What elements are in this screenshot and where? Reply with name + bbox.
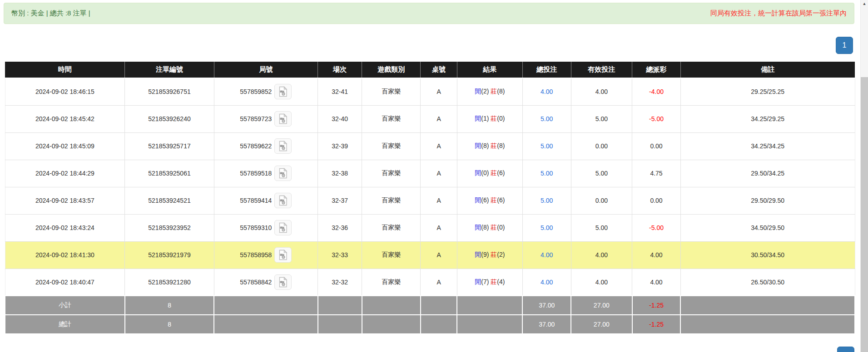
cell-round-id: 557859852: [214, 78, 317, 105]
round-id-text: 557859852: [240, 88, 272, 95]
column-header-8: 有效投注: [571, 62, 632, 78]
cell-remark: 29.50/34.25: [680, 160, 855, 187]
footer-cell-session: [318, 296, 362, 315]
video-replay-button[interactable]: [274, 193, 292, 208]
currency-total-summary: 幣別 : 美金 | 總共 :8 注單 |: [11, 9, 90, 18]
round-id-text: 557859723: [240, 115, 272, 122]
cell-table-no: A: [421, 187, 457, 214]
video-file-icon: [278, 113, 288, 124]
round-id-text: 557859310: [240, 224, 272, 231]
cell-bet-id: 521853925717: [125, 132, 214, 160]
valid-bet-notice: 同局有效投注，統一計算在該局第一張注單內: [710, 9, 847, 18]
cell-total-bet: 4.00: [522, 241, 571, 269]
cell-table-no: A: [421, 160, 457, 187]
round-id-text: 557859518: [240, 170, 272, 177]
banker-label: 莊: [491, 115, 497, 122]
grandtotal-row: 總計837.0027.00-1.25: [5, 315, 855, 334]
cell-session: 32-38: [318, 160, 362, 187]
video-replay-button[interactable]: [274, 220, 292, 235]
player-label: 閒: [475, 115, 481, 122]
scrollbar-up-arrow-icon[interactable]: ▲: [861, 0, 868, 8]
page-1-button-bottom[interactable]: 1: [837, 347, 854, 352]
video-file-icon: [278, 277, 288, 288]
total-bet-link[interactable]: 5.00: [541, 197, 553, 204]
vertical-scrollbar[interactable]: ▲: [860, 0, 868, 352]
video-file-icon: [278, 249, 288, 260]
cell-payout: 4.00: [632, 241, 681, 269]
table-row: 2024-09-02 18:43:57521853924521557859414…: [5, 187, 855, 214]
cell-total-bet: 4.00: [522, 269, 571, 296]
page-1-button[interactable]: 1: [836, 37, 853, 54]
banker-points: (2): [497, 251, 505, 258]
bet-records-table: 時間注單編號局號場次遊戲類別桌號結果總投注有效投注總派彩備註 2024-09-0…: [5, 62, 855, 334]
video-file-icon: [278, 168, 288, 179]
cell-total-bet: 5.00: [522, 214, 571, 241]
video-replay-button[interactable]: [274, 84, 292, 99]
video-replay-button[interactable]: [274, 247, 292, 263]
total-bet-link[interactable]: 4.00: [541, 251, 553, 259]
cell-payout: 0.00: [632, 187, 681, 214]
cell-session: 32-39: [318, 132, 362, 160]
video-replay-button[interactable]: [274, 111, 292, 127]
player-label: 閒: [475, 88, 481, 95]
cell-session: 32-40: [318, 105, 362, 132]
video-replay-button[interactable]: [274, 274, 292, 290]
round-id-text: 557858958: [240, 251, 272, 259]
table-row: 2024-09-02 18:46:15521853926751557859852…: [5, 78, 855, 105]
round-id-wrapper: 557859310: [240, 220, 292, 235]
cell-result: 閒(9) 莊(2): [457, 241, 522, 269]
cell-result: 閒(7) 莊(4): [457, 269, 522, 296]
video-replay-button[interactable]: [274, 166, 292, 181]
table-row: 2024-09-02 18:40:47521853921280557858842…: [5, 269, 855, 296]
player-points: (6): [481, 196, 489, 204]
cell-game-type: 百家樂: [362, 269, 421, 296]
footer-cell-table: [421, 296, 457, 315]
round-id-wrapper: 557859723: [240, 111, 292, 127]
player-label: 閒: [475, 196, 481, 204]
cell-round-id: 557858842: [214, 269, 317, 296]
cell-valid-bet: 4.00: [571, 78, 632, 105]
scrollbar-thumb[interactable]: [861, 77, 868, 352]
cell-valid-bet: 0.00: [571, 132, 632, 160]
cell-round-id: 557859414: [214, 187, 317, 214]
video-replay-button[interactable]: [274, 138, 292, 154]
banker-label: 莊: [491, 196, 497, 204]
table-header: 時間注單編號局號場次遊戲類別桌號結果總投注有效投注總派彩備註: [5, 62, 855, 78]
cell-time: 2024-09-02 18:44:29: [5, 160, 125, 187]
footer-cell-label: 小計: [5, 296, 125, 315]
total-bet-link[interactable]: 5.00: [541, 224, 553, 231]
cell-payout: 4.75: [632, 160, 681, 187]
total-bet-link[interactable]: 5.00: [541, 142, 553, 150]
total-bet-link[interactable]: 4.00: [541, 279, 553, 286]
cell-table-no: A: [421, 132, 457, 160]
player-label: 閒: [475, 278, 481, 285]
player-label: 閒: [475, 224, 481, 231]
cell-total-bet: 4.00: [522, 78, 571, 105]
cell-bet-id: 521853926240: [125, 105, 214, 132]
total-bet-link[interactable]: 5.00: [541, 170, 553, 177]
cell-valid-bet: 4.00: [571, 241, 632, 269]
cell-result: 閒(0) 莊(6): [457, 160, 522, 187]
footer-cell-label: 總計: [5, 315, 125, 334]
player-points: (7): [481, 278, 489, 285]
cell-time: 2024-09-02 18:45:09: [5, 132, 125, 160]
total-bet-link[interactable]: 4.00: [541, 88, 553, 95]
cell-table-no: A: [421, 269, 457, 296]
column-header-1: 注單編號: [125, 62, 214, 78]
summary-alert-bar: 幣別 : 美金 | 總共 :8 注單 | 同局有效投注，統一計算在該局第一張注單…: [4, 3, 854, 24]
cell-total-bet: 5.00: [522, 187, 571, 214]
total-bet-link[interactable]: 5.00: [541, 115, 553, 122]
footer-cell-session: [318, 315, 362, 334]
player-points: (8): [481, 142, 489, 149]
column-header-7: 總投注: [522, 62, 571, 78]
footer-cell-valid-bet: 27.00: [571, 315, 632, 334]
cell-bet-id: 521853926751: [125, 78, 214, 105]
cell-table-no: A: [421, 214, 457, 241]
column-header-10: 備註: [680, 62, 855, 78]
round-id-text: 557859622: [240, 142, 272, 150]
cell-payout: -5.00: [632, 105, 681, 132]
cell-result: 閒(6) 莊(6): [457, 187, 522, 214]
player-label: 閒: [475, 251, 481, 258]
subtotal-row: 小計837.0027.00-1.25: [5, 296, 855, 315]
player-points: (1): [481, 115, 489, 122]
